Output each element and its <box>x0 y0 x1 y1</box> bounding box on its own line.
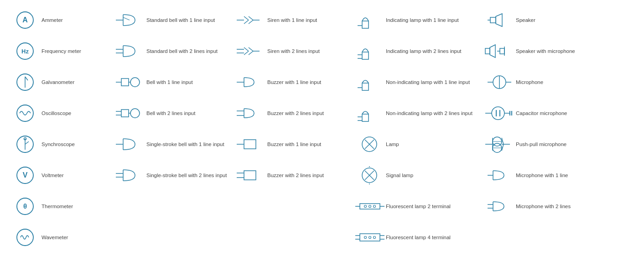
col-bells: Standard bell with 1 line input Standard… <box>112 5 233 253</box>
list-item: A Ammeter <box>7 5 112 36</box>
ammeter-icon: A <box>9 10 42 30</box>
list-item: Speaker with microphone <box>481 36 644 67</box>
lamp-label: Lamp <box>386 141 479 148</box>
list-item: Buzzer with 2 lines input <box>233 160 351 191</box>
list-item: Hz Frequency meter <box>7 36 112 67</box>
buzzer-rect-1line-icon <box>234 134 267 154</box>
svg-point-81 <box>369 205 371 208</box>
svg-point-25 <box>130 78 140 87</box>
single-stroke-bell-1line-label: Single-stroke bell with 1 line input <box>146 141 231 148</box>
siren-1line-label: Siren with 1 line input <box>267 16 349 24</box>
svg-text:A: A <box>22 16 28 24</box>
svg-rect-24 <box>121 79 129 86</box>
thermometer-icon: θ <box>9 196 42 216</box>
svg-rect-56 <box>244 140 256 149</box>
list-item: Capacitor microphone <box>481 98 644 129</box>
push-pull-microphone-label: Push-pull microphone <box>516 141 644 148</box>
bell-1line-label: Bell with 1 line input <box>146 79 231 86</box>
svg-rect-29 <box>121 110 129 117</box>
col-meters: A Ammeter Hz Frequency meter <box>7 5 112 253</box>
list-item: V Voltmeter <box>7 160 112 191</box>
svg-point-88 <box>369 236 371 239</box>
non-indicating-lamp-2lines-label: Non-indicating lamp with 2 lines input <box>386 110 479 117</box>
svg-point-89 <box>374 236 376 239</box>
oscilloscope-icon <box>9 103 42 123</box>
col-lamps: Indicating lamp with 1 line input Indica… <box>351 5 481 253</box>
svg-point-16 <box>17 229 33 246</box>
list-item: Microphone <box>481 67 644 98</box>
indicating-lamp-1line-label: Indicating lamp with 1 line input <box>386 16 479 24</box>
list-item: Speaker <box>481 5 644 36</box>
lamp-icon <box>353 134 386 154</box>
microphone-1line-icon <box>483 165 516 185</box>
list-item: Lamp <box>351 129 481 160</box>
list-item: Single-stroke bell with 1 line input <box>112 129 233 160</box>
buzzer-1line-label: Buzzer with 1 line input <box>267 79 349 86</box>
list-item: Bell with 2 lines input <box>112 98 233 129</box>
list-item: Standard bell with 1 line input <box>112 5 233 36</box>
list-item: Signal lamp <box>351 160 481 191</box>
svg-line-41 <box>249 20 253 24</box>
list-item: Wavemeter <box>7 222 112 253</box>
svg-rect-96 <box>500 48 504 54</box>
siren-2lines-label: Siren with 2 lines input <box>267 47 349 55</box>
svg-line-45 <box>244 47 249 51</box>
frequency-meter-label: Frequency meter <box>42 47 110 55</box>
svg-point-102 <box>492 107 504 120</box>
indicating-lamp-2lines-icon <box>353 41 386 61</box>
ammeter-label: Ammeter <box>42 16 110 24</box>
galvanometer-icon <box>9 72 42 92</box>
non-indicating-lamp-1line-label: Non-indicating lamp with 1 line input <box>386 79 479 86</box>
buzzer-2lines-label: Buzzer with 2 lines input <box>267 110 349 117</box>
microphone-1line-label: Microphone with 1 line <box>516 172 644 179</box>
symbol-grid: A Ammeter Hz Frequency meter <box>7 5 637 253</box>
fluorescent-lamp-4t-label: Fluorescent lamp 4 terminal <box>386 234 479 241</box>
svg-rect-64 <box>362 52 369 59</box>
list-item: Microphone with 2 lines <box>481 191 644 222</box>
voltmeter-icon: V <box>9 165 42 185</box>
svg-text:Hz: Hz <box>21 48 29 55</box>
synchroscope-icon <box>9 134 42 154</box>
list-item: Siren with 1 line input <box>233 5 351 36</box>
list-item: Galvanometer <box>7 67 112 98</box>
list-item: Buzzer with 2 lines input <box>233 98 351 129</box>
list-item: Bell with 1 line input <box>112 67 233 98</box>
non-indicating-lamp-2lines-icon <box>353 103 386 123</box>
frequency-meter-icon: Hz <box>9 41 42 61</box>
list-item: Standard bell with 2 lines input <box>112 36 233 67</box>
svg-line-46 <box>244 51 249 55</box>
bell-2lines-label: Bell with 2 lines input <box>146 110 231 117</box>
single-stroke-bell-2lines-label: Single-stroke bell with 2 lines input <box>146 172 231 179</box>
thermometer-label: Thermometer <box>42 203 110 210</box>
svg-rect-92 <box>490 17 496 23</box>
svg-line-47 <box>249 47 253 51</box>
push-pull-microphone-icon <box>483 134 516 154</box>
standard-bell-1line-label: Standard bell with 1 line input <box>146 16 231 24</box>
svg-text:V: V <box>23 171 28 179</box>
fluorescent-lamp-4t-icon <box>353 227 386 247</box>
svg-rect-79 <box>360 204 380 209</box>
list-item: Microphone with 1 line <box>481 160 644 191</box>
list-item: Non-indicating lamp with 2 lines input <box>351 98 481 129</box>
svg-point-7 <box>17 105 33 121</box>
bell-1line-icon <box>114 72 146 92</box>
buzzer-2lines-icon <box>234 103 267 123</box>
bell-2lines-icon <box>114 103 146 123</box>
standard-bell-2lines-label: Standard bell with 2 lines input <box>146 47 231 55</box>
list-item: Indicating lamp with 2 lines input <box>351 36 481 67</box>
svg-line-19 <box>123 17 130 20</box>
svg-rect-69 <box>362 114 369 121</box>
indicating-lamp-2lines-label: Indicating lamp with 2 lines input <box>386 47 479 55</box>
signal-lamp-label: Signal lamp <box>386 172 479 179</box>
single-stroke-bell-2lines-icon <box>114 165 146 185</box>
microphone-label: Microphone <box>516 79 644 86</box>
wavemeter-label: Wavemeter <box>42 234 110 241</box>
svg-point-80 <box>364 205 367 208</box>
oscilloscope-label: Oscilloscope <box>42 110 110 117</box>
svg-rect-59 <box>244 171 256 180</box>
svg-point-87 <box>364 236 367 239</box>
standard-bell-1line-icon <box>114 10 146 30</box>
buzzer-1line-icon <box>234 72 267 92</box>
col-audio: Speaker Speaker with microphone <box>481 5 644 253</box>
buzzer-rect-1line-label: Buzzer with 1 line input <box>267 141 349 148</box>
